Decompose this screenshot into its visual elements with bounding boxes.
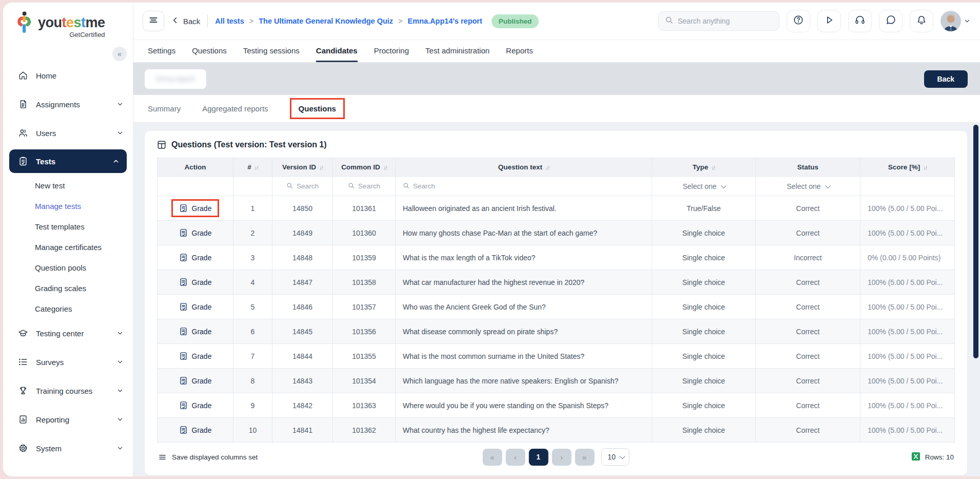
support-button[interactable] xyxy=(848,10,872,32)
home-icon xyxy=(17,70,29,81)
user-menu[interactable] xyxy=(940,11,971,31)
sidebar-item-reporting[interactable]: Reporting xyxy=(3,405,133,434)
filter-select-type[interactable]: Select one xyxy=(652,182,755,190)
grade-button[interactable]: Grade xyxy=(179,327,212,336)
hamburger-menu-button[interactable] xyxy=(143,11,164,31)
tab-testing-sessions[interactable]: Testing sessions xyxy=(243,40,300,62)
notifications-button[interactable] xyxy=(910,10,933,32)
cell-version-id: 14843 xyxy=(272,369,333,393)
table-row: Grade 10 14841 101362 What country has t… xyxy=(158,418,955,443)
sidebar-subitem-test-templates[interactable]: Test templates xyxy=(3,216,133,237)
sidebar-item-testing-center[interactable]: Testing center xyxy=(3,319,133,348)
pagination-next[interactable]: › xyxy=(552,449,571,466)
breadcrumb-link-all-tests[interactable]: All tests xyxy=(215,17,244,25)
grade-button[interactable]: Grade xyxy=(179,401,212,410)
cell-score: 100% (5.00 / 5.00 Poi... xyxy=(860,369,955,393)
global-search[interactable] xyxy=(658,11,779,31)
column-header-type[interactable]: Type↓↑ xyxy=(652,158,756,177)
cell-question-text: What country has the highest life expect… xyxy=(396,418,652,443)
sidebar-item-training-courses[interactable]: Training courses xyxy=(3,376,133,405)
cell-question-text: What is the most common surname in the U… xyxy=(396,344,652,369)
messages-button[interactable] xyxy=(879,10,903,32)
sidebar-item-users[interactable]: Users xyxy=(3,119,133,147)
grade-button[interactable]: Grade xyxy=(179,302,212,311)
sort-icon[interactable]: ↓↑ xyxy=(545,164,549,170)
cell-action: Grade xyxy=(158,418,233,443)
grade-button[interactable]: Grade xyxy=(179,228,212,237)
subtab-questions[interactable]: Questions xyxy=(290,98,345,119)
questions-table: Action#↓↑Version ID↓↑Common ID↓↑Question… xyxy=(157,158,955,443)
filter-search-common-id[interactable]: Search xyxy=(333,182,395,190)
vertical-scrollbar[interactable] xyxy=(973,125,978,358)
sidebar-subitem-categories[interactable]: Categories xyxy=(3,298,133,319)
pagination-prev[interactable]: ‹ xyxy=(505,449,525,466)
filter-cell-status[interactable]: Select one xyxy=(756,177,860,196)
filter-cell-question-text[interactable]: Search xyxy=(396,177,652,196)
grade-button[interactable]: Grade xyxy=(179,253,212,262)
filter-cell-common-id[interactable]: Search xyxy=(333,177,396,196)
grade-button[interactable]: Grade xyxy=(179,278,212,286)
chevron-down-icon xyxy=(116,387,124,394)
grade-button[interactable]: Grade xyxy=(179,426,212,434)
sidebar-item-home[interactable]: Home xyxy=(3,61,133,90)
cell-score: 100% (5.00 / 5.00 Poi... xyxy=(860,393,955,418)
sidebar-subitem-question-pools[interactable]: Question pools xyxy=(3,257,133,278)
sort-icon[interactable]: ↓↑ xyxy=(711,164,715,170)
grade-button[interactable]: Grade xyxy=(179,204,212,213)
save-columns-button[interactable]: Save displayed columns set xyxy=(158,453,258,462)
search-input[interactable] xyxy=(678,17,773,25)
tutorial-button[interactable] xyxy=(817,10,841,32)
grade-button[interactable]: Grade xyxy=(179,376,212,385)
pagination-page-1[interactable]: 1 xyxy=(528,449,548,466)
breadcrumb-link-emna-app14-s-report[interactable]: Emna.App14's report xyxy=(408,17,482,25)
rows-per-page-select[interactable]: 10 xyxy=(601,448,630,466)
sort-icon[interactable]: ↓↑ xyxy=(254,164,258,170)
cell-version-id: 14848 xyxy=(272,245,333,270)
sidebar-item-system[interactable]: System xyxy=(3,434,133,463)
column-header-question-text[interactable]: Question text↓↑ xyxy=(396,158,652,177)
tab-candidates[interactable]: Candidates xyxy=(316,40,358,62)
sort-icon[interactable]: ↓↑ xyxy=(319,164,323,170)
sidebar-item-assignments[interactable]: Assignments xyxy=(3,90,133,119)
column-header-version-id[interactable]: Version ID↓↑ xyxy=(272,158,333,177)
cell-number: 8 xyxy=(233,369,272,393)
filter-cell-score xyxy=(860,177,955,196)
column-header-score[interactable]: Score [%]↓↑ xyxy=(860,158,955,177)
excel-export-icon[interactable] xyxy=(911,452,920,463)
topbar-back-button[interactable]: Back xyxy=(171,16,200,26)
tab-reports[interactable]: Reports xyxy=(506,40,533,62)
sidebar-item-surveys[interactable]: Surveys xyxy=(3,348,133,376)
grade-button[interactable]: Grade xyxy=(179,352,212,360)
cell-question-text: How many ghosts chase Pac-Man at the sta… xyxy=(396,221,652,245)
filter-search-question-text[interactable]: Search xyxy=(396,182,652,190)
breadcrumb-link-the-ultimate-general-knowledge-quiz[interactable]: The Ultimate General Knowledge Quiz xyxy=(259,17,393,25)
sidebar-subitem-manage-tests[interactable]: Manage tests xyxy=(3,196,133,216)
filter-search-version-id[interactable]: Search xyxy=(272,182,332,190)
sidebar-subitem-manage-certificates[interactable]: Manage certificates xyxy=(3,237,133,257)
sidebar-subitem-new-test[interactable]: New test xyxy=(3,175,133,196)
cell-version-id: 14841 xyxy=(272,418,333,443)
sidebar-collapse-button[interactable]: « xyxy=(112,47,127,61)
tab-settings[interactable]: Settings xyxy=(148,40,175,62)
column-header-common-id[interactable]: Common ID↓↑ xyxy=(333,158,396,177)
help-button[interactable] xyxy=(787,10,810,32)
filter-select-status[interactable]: Select one xyxy=(756,182,860,190)
back-button[interactable]: Back xyxy=(924,70,968,88)
filter-cell-type[interactable]: Select one xyxy=(652,177,756,196)
tab-test-administration[interactable]: Test administration xyxy=(425,40,489,62)
sort-icon[interactable]: ↓↑ xyxy=(923,164,927,170)
pagination-first[interactable]: « xyxy=(482,449,502,466)
subtab-summary[interactable]: Summary xyxy=(148,104,181,113)
pagination-last[interactable]: » xyxy=(575,449,594,466)
cell-action: Grade xyxy=(158,270,233,295)
sidebar-subitem-grading-scales[interactable]: Grading scales xyxy=(3,278,133,298)
sidebar-item-tests[interactable]: Tests xyxy=(9,149,127,173)
subtab-aggregated-reports[interactable]: Aggregated reports xyxy=(202,104,268,113)
column-header-[interactable]: #↓↑ xyxy=(233,158,272,177)
sort-icon[interactable]: ↓↑ xyxy=(383,164,387,170)
filter-cell-version-id[interactable]: Search xyxy=(272,177,333,196)
cell-status: Correct xyxy=(756,418,860,443)
tab-proctoring[interactable]: Proctoring xyxy=(374,40,409,62)
avatar[interactable] xyxy=(940,11,961,31)
tab-questions[interactable]: Questions xyxy=(192,40,227,62)
